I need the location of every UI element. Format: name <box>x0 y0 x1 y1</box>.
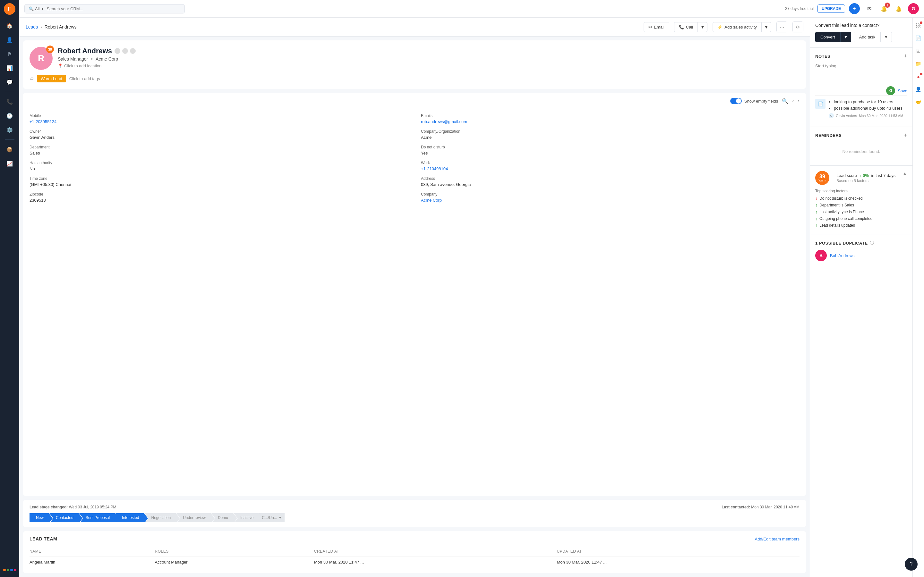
email-button[interactable]: ✉ Email <box>644 22 669 32</box>
profile-score-badge: 39 <box>46 45 54 53</box>
social-icon-2[interactable] <box>122 48 128 54</box>
stage-item-negotiation[interactable]: Negotiation <box>145 513 176 522</box>
sidebar-item-home[interactable]: 🏠 <box>4 20 15 31</box>
field-row: Zipcode2309513 <box>29 192 408 203</box>
field-value[interactable]: rob.andrews@gmail.com <box>421 119 800 124</box>
col-created: CREATED AT <box>314 546 557 556</box>
warm-lead-tag[interactable]: Warm Lead <box>37 75 66 82</box>
search-bar[interactable]: 🔍 All ▼ <box>24 4 185 13</box>
call-button[interactable]: 📞 Call <box>674 22 698 32</box>
show-empty-toggle[interactable]: Show empty fields <box>730 98 779 104</box>
factor-text: Department is Sales <box>819 203 854 207</box>
search-input[interactable] <box>47 6 181 11</box>
more-options-button[interactable]: ⋯ <box>776 21 787 32</box>
score-period: in last 7 days <box>871 173 895 178</box>
score-collapse-icon[interactable]: ▲ <box>902 171 907 177</box>
factor-up-icon: ↑ <box>815 223 817 228</box>
stage-item-contacted[interactable]: Contacted <box>49 513 79 522</box>
social-icon-3[interactable] <box>130 48 136 54</box>
sidebar-item-phone[interactable]: 📞 <box>4 96 15 107</box>
add-tag-button[interactable]: Click to add tags <box>69 76 100 81</box>
note-type-icon: 📄 <box>815 99 825 109</box>
upgrade-button[interactable]: UPGRADE <box>817 5 845 13</box>
stage-item-under-review[interactable]: Under review <box>176 513 211 522</box>
sidebar-item-dashboard[interactable]: 📊 <box>4 62 15 74</box>
add-activity-dropdown-button[interactable]: ▼ <box>761 22 771 32</box>
alerts-icon-button[interactable]: 🔔 <box>893 3 904 14</box>
breadcrumb-leads-link[interactable]: Leads <box>26 24 38 29</box>
stage-item-new[interactable]: New <box>29 513 49 522</box>
field-value: Acme <box>421 135 800 140</box>
lead-changed-info: Lead stage changed: Wed 03 Jul, 2019 05:… <box>29 505 116 509</box>
right-icon-folder[interactable]: 📁 <box>914 59 923 68</box>
help-button[interactable]: ? <box>905 558 918 571</box>
field-value[interactable]: +1-203955124 <box>29 119 408 124</box>
field-value: Gavin Anders <box>29 135 408 140</box>
sidebar-item-contacts[interactable]: 👤 <box>4 34 15 45</box>
score-factor-item: ↑Outgoing phone call completed <box>815 216 907 221</box>
settings-button[interactable]: ⚙ <box>792 21 803 32</box>
stage-more[interactable]: C.../Un... ▼ <box>259 513 284 522</box>
toggle-switch[interactable] <box>730 98 742 104</box>
right-icon-document[interactable]: 📄 <box>914 34 923 43</box>
duplicate-name[interactable]: Bob Andrews <box>830 253 855 258</box>
right-icon-red-circle[interactable]: ● <box>914 72 923 81</box>
sidebar-item-messages[interactable]: 💬 <box>4 76 15 88</box>
search-filter-all[interactable]: 🔍 All ▼ <box>29 6 44 11</box>
search-fields-icon[interactable]: 🔍 <box>782 98 788 104</box>
field-value: Sales <box>29 151 408 155</box>
add-button[interactable]: + <box>849 3 860 14</box>
sidebar-item-products[interactable]: 📦 <box>4 143 15 155</box>
stage-item-interested[interactable]: Interested <box>115 513 144 522</box>
add-activity-label: Add sales activity <box>724 25 756 29</box>
add-note-button[interactable]: + <box>904 53 907 60</box>
add-task-btn-group: Add task ▼ <box>854 32 892 42</box>
add-task-button[interactable]: Add task <box>854 32 881 42</box>
profile-header: R 39 Robert Andrews <box>29 47 800 70</box>
email-icon-button[interactable]: ✉ <box>864 3 875 14</box>
score-value: 39 <box>819 174 825 179</box>
convert-title: Convert this lead into a contact? <box>815 23 907 28</box>
notifications-icon-button[interactable]: 🔔 1 <box>879 3 889 14</box>
no-reminders-text: No reminders found. <box>815 143 907 160</box>
stage-item-inactive[interactable]: Inactive <box>234 513 258 522</box>
field-row: OwnerGavin Anders <box>29 129 408 140</box>
right-icon-handshake[interactable]: 🤝 <box>914 98 923 107</box>
last-contacted-info: Last contacted: Mon 30 Mar, 2020 11:49 A… <box>722 505 800 509</box>
sidebar-item-leads[interactable]: ⚑ <box>4 48 15 60</box>
duplicate-info-icon[interactable]: ⓘ <box>870 240 874 246</box>
field-label: Department <box>29 145 408 149</box>
convert-dropdown-button[interactable]: ▼ <box>840 32 851 42</box>
profile-location[interactable]: 📍 Click to add location <box>58 63 800 68</box>
social-icon-1[interactable] <box>115 48 120 54</box>
notes-input[interactable] <box>815 63 907 83</box>
sidebar-item-settings[interactable]: ⚙️ <box>4 124 15 135</box>
stage-item-demo[interactable]: Demo <box>212 513 233 522</box>
add-reminder-button[interactable]: + <box>904 132 907 139</box>
nav-next-icon[interactable]: › <box>798 98 800 104</box>
save-note-button[interactable]: Save <box>898 89 907 93</box>
field-value[interactable]: +1-210498104 <box>421 166 800 171</box>
stage-item-sent-proposal[interactable]: Sent Proposal <box>79 513 115 522</box>
right-icon-image[interactable]: 🖼 <box>914 21 923 30</box>
add-task-dropdown-button[interactable]: ▼ <box>881 32 892 42</box>
add-activity-button[interactable]: ⚡ Add sales activity <box>712 22 761 32</box>
dot-blue <box>10 569 13 571</box>
right-icon-checklist[interactable]: ☑ <box>914 47 923 55</box>
add-edit-team-link[interactable]: Add/Edit team members <box>755 537 800 542</box>
sidebar-item-reports[interactable]: 📈 <box>4 158 15 169</box>
profile-name-text: Robert Andrews <box>58 47 112 55</box>
app-logo[interactable]: F <box>4 3 15 15</box>
sidebar-item-activity[interactable]: 🕐 <box>4 110 15 121</box>
duplicate-title: 1 POSSIBLE DUPLICATE <box>815 241 868 245</box>
field-label: Work <box>421 161 800 165</box>
field-value[interactable]: Acme Corp <box>421 198 800 203</box>
convert-button[interactable]: Convert <box>815 32 840 42</box>
right-icon-person[interactable]: 👤 <box>914 85 923 94</box>
col-name: NAME <box>29 546 155 556</box>
user-avatar[interactable]: G <box>908 3 919 14</box>
score-factor-item: ↓Do not disturb is checked <box>815 196 907 201</box>
call-dropdown-button[interactable]: ▼ <box>698 22 708 32</box>
nav-prev-icon[interactable]: ‹ <box>792 98 794 104</box>
col-roles: ROLES <box>155 546 314 556</box>
